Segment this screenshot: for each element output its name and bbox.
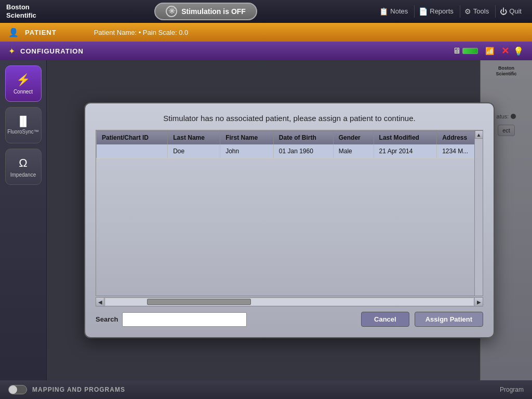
quit-icon: ⏻ bbox=[500, 7, 507, 16]
config-icon: ✦ bbox=[8, 46, 15, 56]
logo-area: Boston Scientific bbox=[6, 3, 36, 19]
sidebar-btn-connect[interactable]: ⚡ Connect bbox=[5, 65, 42, 102]
search-input[interactable] bbox=[122, 312, 247, 327]
search-label: Search bbox=[96, 315, 118, 323]
nav-quit[interactable]: ⏻ Quit bbox=[495, 5, 526, 18]
bulb-icon: 💡 bbox=[513, 46, 524, 56]
fluorosync-icon: ▐▌ bbox=[17, 116, 30, 127]
toggle-switch[interactable] bbox=[8, 385, 27, 394]
col-gender: Gender bbox=[333, 131, 374, 145]
config-bar: ✦ CONFIGURATION 🖥 📶 ✕ 💡 bbox=[0, 42, 532, 60]
stimulation-button[interactable]: ✳ Stimulation is OFF bbox=[154, 3, 257, 20]
stimulation-icon: ✳ bbox=[166, 6, 177, 17]
patient-bar: 👤 PATIENT Patient Name: • Pain Scale: 0.… bbox=[0, 23, 532, 42]
battery-level bbox=[462, 48, 478, 54]
cell-last-modified: 21 Apr 2014 bbox=[374, 144, 437, 158]
table-scroll-inner[interactable]: Patient/Chart ID Last Name First Name Da… bbox=[96, 130, 483, 296]
notes-icon: 📋 bbox=[379, 7, 388, 16]
col-last-modified: Last Modified bbox=[374, 131, 437, 145]
toggle-knob bbox=[9, 385, 17, 394]
patient-icon: 👤 bbox=[8, 28, 19, 37]
col-last-name: Last Name bbox=[168, 131, 220, 145]
signal-icon: 📶 bbox=[482, 46, 497, 56]
config-label: CONFIGURATION bbox=[20, 47, 84, 55]
action-buttons: Cancel Assign Patient bbox=[361, 312, 483, 327]
patient-label: PATIENT bbox=[25, 29, 57, 36]
sidebar: ⚡ Connect ▐▌ FluoroSync™ Ω Impedance bbox=[0, 60, 47, 380]
table-row[interactable]: Doe John 01 Jan 1960 Male 21 Apr 2014 12… bbox=[97, 144, 483, 158]
col-dob: Date of Birth bbox=[273, 131, 333, 145]
col-first-name: First Name bbox=[220, 131, 274, 145]
vertical-scrollbar[interactable]: ▲ bbox=[474, 130, 483, 296]
main-area: ⚡ Connect ▐▌ FluoroSync™ Ω Impedance Bos… bbox=[0, 60, 532, 380]
cancel-button[interactable]: Cancel bbox=[361, 312, 409, 327]
scroll-up-arrow[interactable]: ▲ bbox=[475, 130, 483, 139]
col-patient-id: Patient/Chart ID bbox=[97, 131, 168, 145]
nav-notes[interactable]: 📋 Notes bbox=[375, 5, 412, 18]
patient-assign-modal: Stimulator has no associated patient, pl… bbox=[84, 102, 495, 338]
battery-area: 🖥 bbox=[453, 46, 478, 56]
cell-gender: Male bbox=[333, 144, 374, 158]
tools-icon: ⚙ bbox=[464, 7, 471, 16]
nav-tools[interactable]: ⚙ Tools bbox=[460, 5, 493, 18]
modal-title: Stimulator has no associated patient, pl… bbox=[96, 114, 483, 123]
nav-reports[interactable]: 📄 Reports bbox=[414, 5, 458, 18]
reports-icon: 📄 bbox=[419, 7, 428, 16]
cell-patient-id bbox=[97, 144, 168, 158]
top-nav: 📋 Notes 📄 Reports ⚙ Tools ⏻ Quit bbox=[375, 5, 526, 18]
search-area: Search bbox=[96, 312, 247, 327]
content-area: Boston Scientific atus: ect Stimulator h… bbox=[47, 60, 532, 380]
horizontal-scrollbar[interactable]: ◀ ▶ bbox=[96, 297, 483, 307]
top-bar: Boston Scientific ✳ Stimulation is OFF 📋… bbox=[0, 0, 532, 23]
assign-patient-button[interactable]: Assign Patient bbox=[415, 312, 483, 327]
cell-first-name: John bbox=[220, 144, 274, 158]
impedance-icon: Ω bbox=[19, 156, 27, 170]
logo-text: Boston Scientific bbox=[6, 3, 36, 19]
scroll-thumb bbox=[147, 299, 251, 305]
scroll-track bbox=[105, 298, 473, 305]
bottom-left: MAPPING AND PROGRAMS bbox=[8, 385, 125, 394]
monitor-icon: 🖥 bbox=[453, 46, 461, 56]
modal-footer: Search Cancel Assign Patient bbox=[96, 312, 483, 327]
close-icon[interactable]: ✕ bbox=[501, 45, 509, 57]
bottom-program-label: Program bbox=[500, 386, 524, 393]
bottom-label: MAPPING AND PROGRAMS bbox=[32, 386, 125, 393]
connect-icon: ⚡ bbox=[16, 73, 30, 87]
sidebar-btn-fluorosync[interactable]: ▐▌ FluoroSync™ bbox=[5, 107, 42, 143]
config-right: 🖥 📶 ✕ 💡 bbox=[453, 45, 524, 57]
config-left: ✦ CONFIGURATION bbox=[8, 46, 84, 56]
patient-table: Patient/Chart ID Last Name First Name Da… bbox=[96, 130, 483, 158]
cell-last-name: Doe bbox=[168, 144, 220, 158]
bottom-bar: MAPPING AND PROGRAMS Program bbox=[0, 380, 532, 399]
cell-dob: 01 Jan 1960 bbox=[273, 144, 333, 158]
scroll-right-arrow[interactable]: ▶ bbox=[474, 298, 483, 306]
modal-overlay: Stimulator has no associated patient, pl… bbox=[47, 60, 532, 380]
table-header-row: Patient/Chart ID Last Name First Name Da… bbox=[97, 131, 483, 145]
sidebar-btn-impedance[interactable]: Ω Impedance bbox=[5, 149, 42, 185]
scroll-left-arrow[interactable]: ◀ bbox=[96, 298, 104, 306]
patient-table-container: Patient/Chart ID Last Name First Name Da… bbox=[96, 130, 483, 296]
patient-info: Patient Name: • Pain Scale: 0.0 bbox=[94, 29, 189, 36]
